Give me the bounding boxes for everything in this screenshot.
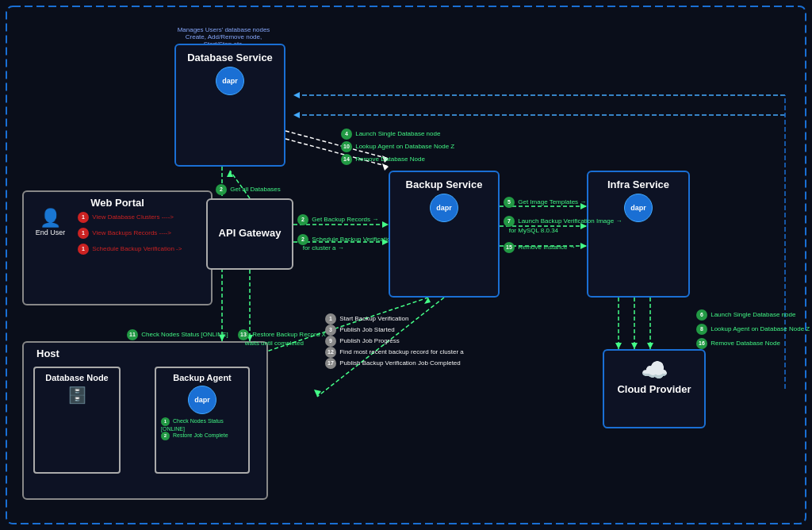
arrow-check-nodes: 11 Check Nodes Status [ONLINE] [127,329,228,340]
infra-service-dapr-badge: dapr [624,194,653,222]
num-13: 13 [238,329,249,340]
infra-right-3: 16 Remove Database Node [696,338,780,349]
svg-marker-2 [293,92,300,98]
web-portal-title: Web Portal [29,197,206,209]
num-1b: 1 [78,228,89,239]
num-bc-12: 12 [325,347,336,358]
infra-right-1: 6 Launch Single Database node [696,309,795,321]
num-7: 7 [504,216,515,227]
arrow-launch-backup-img-2: for MySQL 8.0.34 [504,227,558,234]
num-1c: 1 [78,244,89,255]
wp-label-2: 1 View Backups Records ----> [78,228,171,239]
bc-label-9: 9 Publish Job Progress [325,336,464,347]
arrow-schedule-2: for cluster a → [297,244,344,252]
backup-service-dapr-badge: dapr [430,194,458,222]
api-gateway-box: API Gateway [206,198,293,270]
backup-service-title: Backup Service [396,179,492,190]
num-16: 16 [696,338,707,349]
wp-label-3: 1 Schedule Backup Verification -> [78,244,182,255]
arrow-schedule: 2 Schedule Backup Verification [297,234,394,245]
backup-center-labels: 1 Start Backup Verification 3 Publish Jo… [325,313,464,369]
api-gateway-title: API Gateway [214,227,285,239]
cloud-icon: ☁️ [611,357,698,383]
bc-label-12: 12 Find most recent backup record for cl… [325,347,464,358]
bc-label-3: 3 Publish Job Started [325,325,464,336]
svg-marker-23 [580,243,587,249]
svg-marker-4 [293,112,300,118]
bc-label-17: 17 Publish Backup Verification Job Compl… [325,358,464,369]
backup-agent-title: Backup Agent [161,373,243,382]
end-user-icon: 👤 [29,208,72,229]
num-15: 15 [504,242,515,253]
db-service-title: Database Service [182,52,278,63]
ba-num-2: 2 [161,432,170,440]
num-14: 14 [341,154,352,165]
db-service-dapr-badge: dapr [216,67,244,95]
num-1a: 1 [78,212,89,223]
num-2a: 2 [216,184,227,195]
web-portal-box: Web Portal 👤 End User 1 View Database Cl… [22,190,213,305]
db-node-title: Database Node [40,373,114,382]
num-10: 10 [341,141,352,152]
num-bc-9: 9 [325,336,336,347]
arrow-restore-backup-2: waits until completed [239,340,304,347]
database-service-box: Database Service dapr [174,44,285,167]
arrow-image-templates: 5 Get Image Templates → [504,197,586,208]
wp-label-1: 1 View Database Clusters ----> [78,212,174,223]
arrow-get-db: 2 Get all Databases [216,184,281,195]
num-8: 8 [696,324,707,335]
cloud-provider-title: Cloud Provider [611,383,698,395]
infra-right-2: 8 Lookup Agent on Database Node Z [696,324,810,335]
arrow-restore-backup: 13 Restore Backup Record X [238,329,326,340]
ba-label-1: 1 Check Nodes Status [ONLINE] [161,417,243,432]
backup-agent-box: Backup Agent dapr 1 Check Nodes Status [… [155,367,250,474]
num-bc-3: 3 [325,325,336,336]
ba-label-2: 2 Restore Job Complete [161,432,243,440]
backup-agent-dapr-badge: dapr [188,386,216,414]
host-title: Host [29,348,262,359]
svg-marker-15 [382,221,389,228]
ba-num-1: 1 [161,417,170,426]
num-bc-1: 1 [325,313,336,325]
num-11: 11 [127,329,138,340]
arrow-launch-backup-img: 7 Launch Backup Verification Image → [504,216,622,227]
num-6: 6 [696,309,707,321]
arrow-get-backup: 2 Get Backup Records → [297,214,378,225]
arrow-launch-db: 4 Launch Single Database node [341,129,440,140]
infra-service-title: Infra Service [595,179,682,190]
num-5: 5 [504,197,515,208]
db-node-icon: 🗄️ [40,386,114,405]
backup-service-box: Backup Service dapr [389,171,500,298]
num-4: 4 [341,129,352,140]
end-user-label: End User [29,229,72,236]
svg-marker-29 [647,343,653,349]
num-bc-17: 17 [325,358,336,369]
infra-service-box: Infra Service dapr [587,171,690,298]
svg-marker-27 [631,343,638,349]
host-box: Host Database Node 🗄️ Backup Agent dapr … [22,341,268,500]
svg-marker-13 [227,171,233,177]
svg-marker-25 [615,343,622,349]
db-node-box: Database Node 🗄️ [33,367,121,474]
end-user-section: 👤 End User [29,208,72,236]
bc-label-1: 1 Start Backup Verification [325,313,464,325]
num-2c: 2 [297,234,308,245]
svg-marker-31 [314,390,321,397]
arrow-remove-db: 14 Remove Database Node [341,154,425,165]
arrow-lookup: 10 Lookup Agent on Database Node Z [341,141,454,152]
arrow-remove-instance: 15 Remove Instance → [504,242,576,253]
cloud-provider-box: ☁️ Cloud Provider [603,349,706,428]
diagram-container: Manages Users' database nodesCreate, Add… [0,0,812,530]
svg-marker-38 [424,298,431,304]
num-2b: 2 [297,214,308,225]
